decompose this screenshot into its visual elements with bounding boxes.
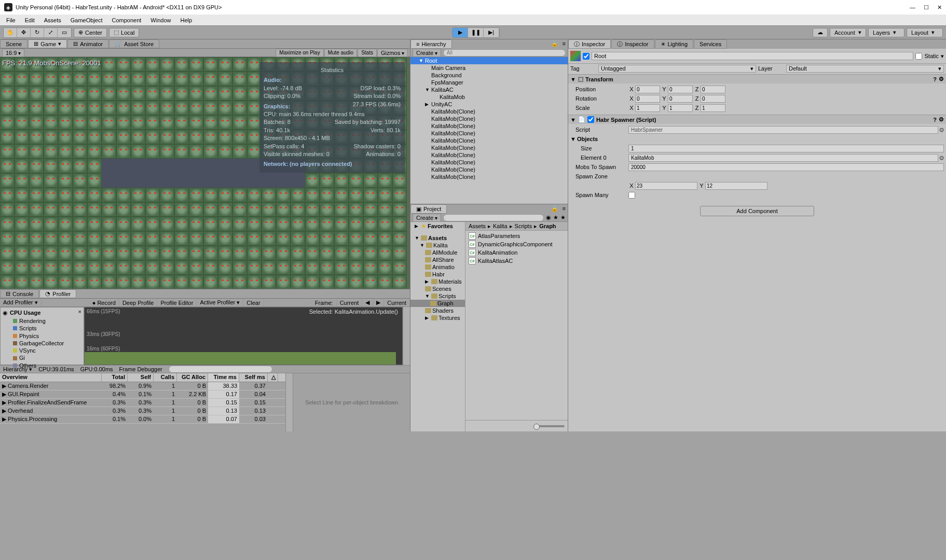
rotate-tool[interactable]: ↻ [31, 28, 44, 37]
tab-profiler[interactable]: ◔ Profiler [39, 289, 76, 298]
gameobject-icon[interactable] [570, 51, 581, 61]
tab-assetstore[interactable]: 🛒 Asset Store [109, 39, 159, 48]
profiler-search[interactable] [169, 366, 272, 373]
gizmos-dropdown[interactable]: Gizmos ▾ [377, 49, 408, 57]
asset-item[interactable]: C#AtlasParameters [467, 232, 567, 240]
layer-dropdown[interactable]: Default▾ [786, 65, 944, 73]
tree-item[interactable]: ▼ KalitaAC [410, 86, 568, 93]
pos-y[interactable] [668, 86, 693, 93]
profiler-row[interactable]: ▶ GUI.Repaint0.4%0.1%12.2 KB0.170.04 [0, 390, 285, 399]
clear-button[interactable]: Clear [243, 299, 264, 306]
maximize-button[interactable]: ☐ [924, 4, 929, 11]
scale-x[interactable] [635, 104, 660, 112]
transform-header[interactable]: ▼ ⬚ Transform? ⚙ [568, 75, 946, 83]
tab-services[interactable]: Services [694, 39, 727, 49]
spawner-header[interactable]: ▼ 📄 Habr Spawner (Script)? ⚙ [568, 115, 946, 124]
table-scrollbar[interactable] [285, 373, 293, 431]
pivot-button[interactable]: ⊕Center [74, 28, 107, 37]
aspect-dropdown[interactable]: 16:9 ▾ [2, 49, 24, 57]
mute-toggle[interactable]: Mute audio [324, 49, 357, 57]
menu-edit[interactable]: Edit [21, 16, 39, 24]
zone-y[interactable] [705, 182, 767, 190]
record-toggle[interactable]: ● Record [89, 299, 119, 306]
help-icon[interactable]: ? [933, 117, 937, 123]
element-field[interactable] [628, 154, 938, 162]
hierarchy-tree[interactable]: ▼ RootMain CameraBackgroundFpsManager▼ K… [410, 57, 568, 204]
layers-dropdown[interactable]: Layers▾ [868, 28, 904, 37]
profiler-row[interactable]: ▶ Physics.Processing0.1%0.0%10 B0.070.03 [0, 415, 285, 424]
active-checkbox[interactable] [583, 53, 589, 60]
zone-x[interactable] [635, 182, 697, 190]
minimize-button[interactable]: — [910, 4, 915, 11]
tree-item[interactable]: KalitaMob(Clone) [410, 137, 568, 144]
tab-hierarchy[interactable]: ≡ Hierarchy [410, 39, 452, 49]
tree-item[interactable]: KalitaMob(Clone) [410, 144, 568, 151]
menu-window[interactable]: Window [146, 16, 175, 24]
scale-tool[interactable]: ⤢ [44, 28, 58, 37]
asset-list[interactable]: C#AtlasParametersC#DynamicGraphicsCompon… [465, 231, 568, 420]
spawn-many-checkbox[interactable] [628, 192, 635, 199]
lock-icon[interactable]: 🔒 [549, 204, 560, 214]
layout-dropdown[interactable]: Layout▾ [907, 28, 943, 37]
tab-lighting[interactable]: ☀ Lighting [655, 39, 694, 49]
rot-z[interactable] [701, 95, 725, 103]
step-button[interactable]: ▶| [484, 28, 499, 37]
menu-gameobject[interactable]: GameObject [66, 16, 107, 24]
cloud-button[interactable]: ☁ [813, 28, 828, 37]
icon-size-slider[interactable] [533, 425, 565, 427]
profiler-row[interactable]: ▶ Overhead0.3%0.3%10 B0.130.13 [0, 407, 285, 415]
size-field[interactable] [628, 145, 944, 152]
tab-game[interactable]: ⊞ Game ▾ [28, 39, 67, 48]
create-dropdown[interactable]: Create ▾ [413, 214, 441, 222]
breadcrumb[interactable]: Assets ▸ Kalita ▸ Scripts ▸ Graph [465, 222, 568, 231]
options-icon[interactable]: ≡ [560, 204, 568, 214]
tab-animator[interactable]: ⊟ Animator [67, 39, 108, 48]
folder-tree[interactable]: ▶★Favorites ▼Assets ▼Kalita AllModule Al… [410, 222, 465, 431]
deep-profile-toggle[interactable]: Deep Profile [119, 299, 158, 306]
tree-item[interactable]: ▶ UnityAC [410, 101, 568, 108]
filter-icon[interactable]: ◉ [546, 214, 551, 221]
scale-z[interactable] [701, 104, 725, 112]
hierarchy-search[interactable] [443, 49, 566, 57]
close-button[interactable]: ✕ [937, 4, 942, 11]
tree-item[interactable]: KalitaMob(Clone) [410, 130, 568, 137]
gear-icon[interactable]: ⚙ [939, 116, 944, 123]
account-dropdown[interactable]: Account▾ [830, 28, 866, 37]
pos-z[interactable] [701, 86, 725, 93]
create-dropdown[interactable]: Create ▾ [413, 49, 441, 57]
pause-button[interactable]: ❚❚ [468, 28, 484, 37]
active-profiler-dropdown[interactable]: Active Profiler ▾ [197, 299, 243, 306]
component-enabled[interactable] [587, 116, 594, 123]
stats-toggle[interactable]: Stats [358, 49, 377, 57]
help-icon[interactable]: ? [933, 76, 937, 82]
game-view[interactable]: FPS: 21.9 MobsOnScene: 20001 Statistics … [0, 57, 410, 289]
project-search[interactable] [443, 214, 544, 221]
asset-item[interactable]: C#DynamicGraphicsComponent [467, 240, 567, 248]
rot-y[interactable] [668, 95, 693, 103]
rect-tool[interactable]: ▭ [58, 28, 71, 37]
lock-icon[interactable]: 🔒 [549, 39, 560, 49]
tab-inspector[interactable]: ⓘ Inspector [568, 39, 611, 49]
graph-scrollbar[interactable] [403, 307, 410, 365]
filter-icon[interactable]: ★ [560, 214, 566, 221]
menu-assets[interactable]: Assets [40, 16, 65, 24]
profiler-row[interactable]: ▶ Camera.Render98.2%0.9%10 B38.330.37 [0, 382, 285, 390]
profiler-graph[interactable]: Selected: KalitaAnimation.Update() 66ms … [84, 307, 403, 365]
tree-item[interactable]: KalitaMob(Clone) [410, 173, 568, 180]
pos-x[interactable] [635, 86, 660, 93]
hand-tool[interactable]: ✋ [4, 28, 17, 37]
current-button[interactable]: Current [384, 299, 410, 306]
tree-item[interactable]: KalitaMob(Clone) [410, 115, 568, 122]
frame-debugger-button[interactable]: Frame Debugger [119, 366, 162, 372]
tree-item[interactable]: KalitaMob(Clone) [410, 151, 568, 159]
frame-prev[interactable]: ◀ [362, 299, 373, 306]
menu-help[interactable]: Help [176, 16, 196, 24]
mobs-field[interactable] [628, 163, 944, 171]
tree-item[interactable]: FpsManager [410, 79, 568, 86]
close-icon[interactable]: × [78, 309, 81, 315]
maximize-toggle[interactable]: Maximize on Play [276, 49, 323, 57]
profile-editor-toggle[interactable]: Profile Editor [157, 299, 197, 306]
scale-y[interactable] [668, 104, 693, 112]
menu-component[interactable]: Component [107, 16, 145, 24]
asset-item[interactable]: C#KalitaAnimation [467, 248, 567, 257]
